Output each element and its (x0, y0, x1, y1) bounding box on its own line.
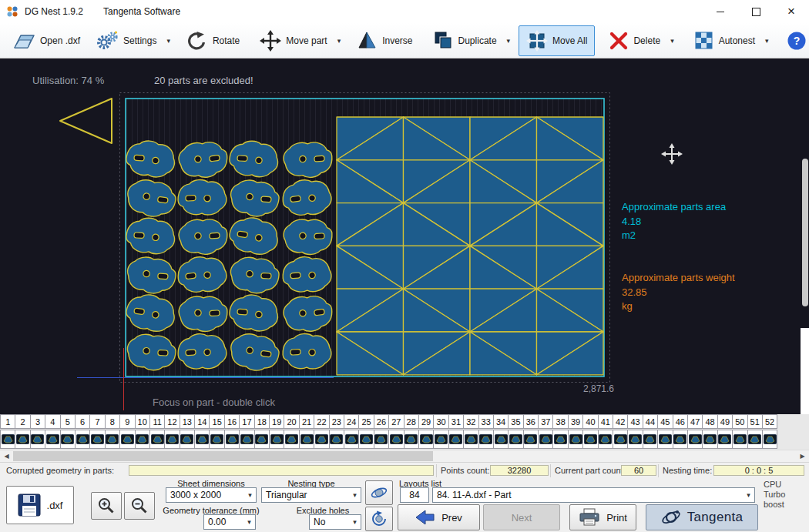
layouts-list-select[interactable]: 84. 11-A.dxf - Part ▾ (432, 487, 755, 503)
part-number-cell[interactable]: 31 (448, 414, 464, 429)
part-number-cell[interactable]: 6 (75, 414, 90, 429)
part-number-cell[interactable]: 13 (180, 414, 195, 429)
delete-dropdown-caret[interactable]: ▾ (668, 37, 676, 45)
part-number-cell[interactable]: 33 (478, 414, 494, 429)
part-number-cell[interactable]: 50 (732, 414, 747, 429)
part-number-cell[interactable]: 15 (209, 414, 224, 429)
part-thumbnail-cell[interactable] (374, 430, 389, 449)
part-thumbnail-cell[interactable] (75, 430, 90, 449)
settings-dropdown-caret[interactable]: ▾ (164, 37, 173, 45)
selected-part-outline[interactable] (60, 99, 112, 143)
part-thumbnail-cell[interactable] (329, 430, 344, 449)
part-thumbnail-cell[interactable] (673, 430, 688, 449)
part-thumbnail-cell[interactable] (404, 430, 419, 449)
move-all-button[interactable]: Move All (519, 25, 595, 56)
part-number-cell[interactable]: 10 (135, 414, 150, 429)
autonest-dropdown-caret[interactable]: ▾ (763, 37, 771, 45)
part-thumbnail-cell[interactable] (493, 430, 509, 449)
part-thumbnail-cell[interactable] (89, 430, 105, 449)
part-thumbnail-cell[interactable] (508, 430, 523, 449)
part-thumbnail-cell[interactable] (30, 430, 45, 449)
part-number-cell[interactable]: 28 (404, 414, 419, 429)
part-thumbnail-cell[interactable] (194, 430, 210, 449)
help-button[interactable]: ? (779, 25, 809, 56)
part-thumbnail-cell[interactable] (732, 430, 747, 449)
part-number-cell[interactable]: 23 (329, 414, 344, 429)
part-thumbnail-cell[interactable] (582, 430, 598, 449)
sheet-dimensions-select[interactable]: 3000 x 2000 ▾ (166, 487, 257, 503)
part-thumbnail-cell[interactable] (358, 430, 374, 449)
part-thumbnail-cell[interactable] (657, 430, 673, 449)
part-number-cell[interactable]: 48 (702, 414, 717, 429)
part-thumbnail-cell[interactable] (239, 430, 254, 449)
part-thumbnail-cell[interactable] (164, 430, 180, 449)
part-number-cell[interactable]: 5 (60, 414, 76, 429)
rotate-button[interactable]: Rotate (179, 25, 247, 56)
part-thumbnail-cell[interactable] (687, 430, 703, 449)
part-thumbnail-cell[interactable] (433, 430, 448, 449)
part-thumbnail-cell[interactable] (269, 430, 284, 449)
part-thumbnail-cell[interactable] (463, 430, 478, 449)
part-thumbnail-cell[interactable] (209, 430, 224, 449)
part-number-cell[interactable]: 26 (374, 414, 389, 429)
vertical-scrollbar-thumb[interactable] (802, 159, 808, 306)
part-thumbnail-cell[interactable] (119, 430, 135, 449)
geometry-tolerance-select[interactable]: 0.00 ▾ (203, 514, 256, 530)
part-number-cell[interactable]: 40 (582, 414, 598, 429)
tangenta-brand-button[interactable]: Tangenta (646, 504, 758, 530)
part-number-cell[interactable]: 4 (45, 414, 60, 429)
part-thumbnail-cell[interactable] (388, 430, 404, 449)
layout-number-field[interactable]: 84 (400, 487, 429, 503)
minimize-button[interactable] (703, 0, 738, 23)
delete-button[interactable]: Delete (601, 25, 668, 56)
part-thumbnail-cell[interactable] (478, 430, 494, 449)
part-thumbnail-cell[interactable] (284, 430, 299, 449)
part-thumbnail-cell[interactable] (15, 430, 30, 449)
part-number-cell[interactable]: 42 (613, 414, 628, 429)
part-number-cell[interactable]: 47 (687, 414, 703, 429)
zoom-in-button[interactable] (91, 492, 122, 520)
part-number-cell[interactable]: 49 (717, 414, 733, 429)
part-number-cell[interactable]: 21 (299, 414, 314, 429)
zoom-out-button[interactable] (124, 492, 155, 520)
part-thumbnail-cell[interactable] (314, 430, 329, 449)
part-thumbnail-cell[interactable] (135, 430, 150, 449)
part-thumbnail-cell[interactable] (747, 430, 763, 449)
part-number-cell[interactable]: 12 (164, 414, 180, 429)
move-part-dropdown-caret[interactable]: ▾ (335, 37, 344, 45)
rotate-layout-button[interactable] (365, 480, 393, 505)
part-number-cell[interactable]: 52 (762, 414, 777, 429)
part-number-cell[interactable]: 17 (239, 414, 254, 429)
part-number-cell[interactable]: 1 (0, 414, 15, 429)
part-thumbnail-cell[interactable] (0, 430, 15, 449)
parts-strip-scrollbar[interactable]: ◀ ▶ (0, 450, 809, 462)
part-number-cell[interactable]: 25 (358, 414, 374, 429)
part-thumbnail-cell[interactable] (702, 430, 717, 449)
next-layout-button[interactable]: Next (483, 504, 560, 530)
part-number-cell[interactable]: 39 (568, 414, 583, 429)
scroll-right-icon[interactable]: ▶ (796, 450, 809, 462)
part-thumbnail-cell[interactable] (299, 430, 314, 449)
exclude-holes-select[interactable]: No ▾ (309, 514, 361, 530)
part-number-cell[interactable]: 2 (15, 414, 30, 429)
part-number-cell[interactable]: 37 (538, 414, 553, 429)
part-number-cell[interactable]: 41 (598, 414, 613, 429)
part-number-cell[interactable]: 24 (344, 414, 359, 429)
part-number-cell[interactable]: 45 (657, 414, 673, 429)
part-number-cell[interactable]: 20 (284, 414, 299, 429)
duplicate-button[interactable]: Duplicate (425, 25, 505, 56)
part-number-cell[interactable]: 32 (463, 414, 478, 429)
part-number-cell[interactable]: 43 (627, 414, 643, 429)
part-number-cell[interactable]: 30 (433, 414, 448, 429)
part-thumbnail-cell[interactable] (448, 430, 464, 449)
part-thumbnail-cell[interactable] (523, 430, 539, 449)
open-dxf-button[interactable]: Open .dxf (5, 25, 88, 56)
scroll-left-icon[interactable]: ◀ (0, 450, 13, 462)
prev-layout-button[interactable]: Prev (398, 504, 480, 530)
part-thumbnail-cell[interactable] (717, 430, 733, 449)
part-thumbnail-cell[interactable] (45, 430, 60, 449)
move-part-button[interactable]: Move part (252, 25, 334, 56)
part-thumbnail-cell[interactable] (538, 430, 553, 449)
part-thumbnail-cell[interactable] (552, 430, 568, 449)
part-thumbnail-cell[interactable] (180, 430, 195, 449)
